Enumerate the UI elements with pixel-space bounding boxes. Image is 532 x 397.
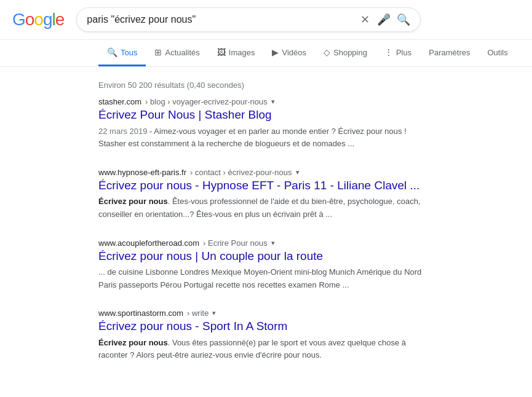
result-3-snippet: ... de cuisine Lisbonne Londres Mexique … xyxy=(98,266,434,291)
result-4-title[interactable]: Écrivez pour nous - Sport In A Storm xyxy=(98,319,434,334)
result-4-snippet-bold: Écrivez pour nous xyxy=(98,338,168,347)
tab-tous[interactable]: 🔍 Tous xyxy=(98,40,146,66)
result-2-title[interactable]: Écrivez pour nous - Hypnose EFT - Paris … xyxy=(98,178,434,194)
tab-videos[interactable]: ▶ Vidéos xyxy=(263,40,315,66)
result-2-url-line: www.hypnose-eft-paris.fr › contact › écr… xyxy=(98,168,434,177)
tab-plus-label: Plus xyxy=(396,48,411,57)
result-1-dropdown-icon[interactable]: ▾ xyxy=(271,98,275,106)
result-2-snippet: Écrivez pour nous. Êtes-vous professionn… xyxy=(98,195,434,221)
result-4-path: › write xyxy=(187,309,208,318)
results-area: Environ 50 200 résultats (0,40 secondes)… xyxy=(0,67,532,391)
tab-outils[interactable]: Outils xyxy=(478,41,516,66)
search-tab-icon: 🔍 xyxy=(107,47,117,57)
result-2-dropdown-icon[interactable]: ▾ xyxy=(296,168,300,176)
result-3-snippet-text: ... de cuisine Lisbonne Londres Mexique … xyxy=(98,267,421,289)
result-2-path: › contact › écrivez-pour-nous xyxy=(190,168,292,177)
result-3-path: › Ecrire Pour nous xyxy=(203,238,268,248)
result-1-snippet: 22 mars 2019 - Aimez-vous voyager et en … xyxy=(98,125,434,151)
result-1-domain: stasher.com xyxy=(98,97,141,106)
news-tab-icon: ⊞ xyxy=(154,47,162,57)
search-icon[interactable]: 🔍 xyxy=(397,13,410,26)
result-3-domain: www.acouplefortheroad.com xyxy=(98,238,199,248)
result-1-path: › blog › voyager-ecrivez-pour-nous xyxy=(145,97,268,106)
clear-icon[interactable]: ✕ xyxy=(360,13,370,26)
header: Google ✕ 🎤 🔍 xyxy=(0,0,532,40)
tab-videos-label: Vidéos xyxy=(282,48,306,57)
result-3-url-line: www.acouplefortheroad.com › Ecrire Pour … xyxy=(98,238,434,248)
microphone-icon[interactable]: 🎤 xyxy=(377,13,391,26)
result-4-domain: www.sportinastorm.com xyxy=(98,309,183,318)
result-2-snippet-bold: Écrivez pour nous xyxy=(98,197,168,206)
tab-outils-label: Outils xyxy=(487,48,507,57)
tab-parametres[interactable]: Paramètres xyxy=(420,41,478,66)
result-1-url-line: stasher.com › blog › voyager-ecrivez-pou… xyxy=(98,97,434,106)
search-input[interactable] xyxy=(87,14,360,25)
results-info: Environ 50 200 résultats (0,40 secondes) xyxy=(98,73,434,97)
result-2: www.hypnose-eft-paris.fr › contact › écr… xyxy=(98,168,434,221)
result-4-dropdown-icon[interactable]: ▾ xyxy=(212,309,216,317)
tab-actualites-label: Actualités xyxy=(165,48,199,57)
result-1-date: 22 mars 2019 xyxy=(98,127,148,136)
search-bar[interactable]: ✕ 🎤 🔍 xyxy=(76,7,421,32)
tab-plus[interactable]: ⋮ Plus xyxy=(376,40,420,66)
result-3-dropdown-icon[interactable]: ▾ xyxy=(271,239,275,247)
result-3: www.acouplefortheroad.com › Ecrire Pour … xyxy=(98,238,434,292)
tab-actualites[interactable]: ⊞ Actualités xyxy=(146,40,208,66)
result-1-title[interactable]: Écrivez Pour Nous | Stasher Blog xyxy=(98,108,434,123)
result-4-snippet: Écrivez pour nous. Vous êtes passionné(e… xyxy=(98,337,434,362)
tab-images[interactable]: 🖼 Images xyxy=(208,40,264,66)
tab-parametres-label: Paramètres xyxy=(429,48,470,57)
result-1: stasher.com › blog › voyager-ecrivez-pou… xyxy=(98,97,434,151)
google-logo[interactable]: Google xyxy=(12,10,64,29)
tab-shopping[interactable]: ◇ Shopping xyxy=(315,40,376,66)
result-4-url-line: www.sportinastorm.com › write ▾ xyxy=(98,309,434,318)
tab-tous-label: Tous xyxy=(121,48,137,57)
result-3-title[interactable]: Écrivez pour nous | Un couple pour la ro… xyxy=(98,249,434,264)
shopping-tab-icon: ◇ xyxy=(324,47,330,57)
result-2-domain: www.hypnose-eft-paris.fr xyxy=(98,168,186,177)
images-tab-icon: 🖼 xyxy=(217,47,226,57)
videos-tab-icon: ▶ xyxy=(272,47,279,57)
result-4: www.sportinastorm.com › write ▾ Écrivez … xyxy=(98,309,434,362)
nav-tabs: 🔍 Tous ⊞ Actualités 🖼 Images ▶ Vidéos ◇ … xyxy=(0,40,532,67)
tab-images-label: Images xyxy=(229,48,255,57)
more-tab-icon: ⋮ xyxy=(384,47,393,57)
tab-shopping-label: Shopping xyxy=(333,48,367,57)
